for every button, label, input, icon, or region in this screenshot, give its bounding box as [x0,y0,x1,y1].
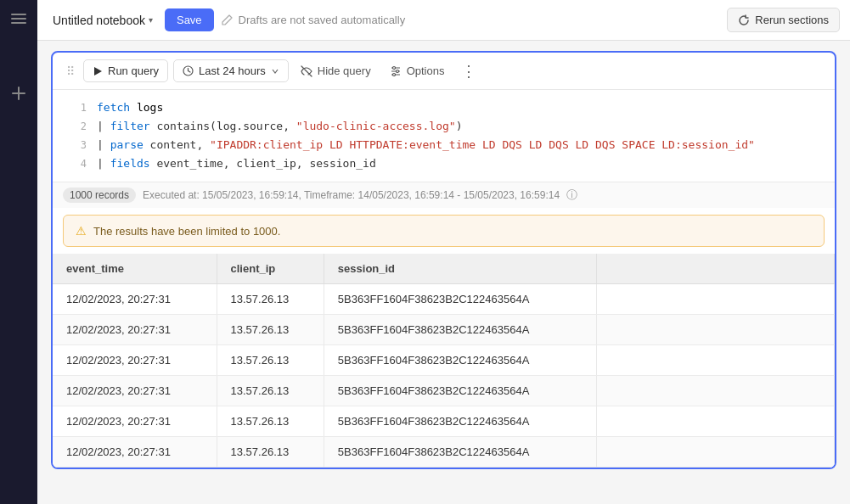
svg-line-8 [188,71,190,73]
run-query-button[interactable]: Run query [83,59,168,82]
table-cell-row2-col0: 12/02/2023, 20:27:31 [53,345,217,376]
rerun-sections-button[interactable]: Rerun sections [727,8,840,32]
query-toolbar: ⠿ Run query Last 24 hours [53,53,835,90]
svg-rect-1 [11,18,26,20]
table-cell-row0-col2: 5B363FF1604F38623B2C122463564A [324,284,596,315]
table-cell-row2-col1: 13.57.26.13 [217,345,324,376]
clock-icon [183,65,194,76]
info-icon[interactable]: ⓘ [566,188,577,203]
code-editor[interactable]: 1 fetch logs 2 | filter contains(log.sou… [53,90,835,182]
drag-handle[interactable]: ⠿ [63,63,78,80]
table-cell-row3-col3 [597,376,835,406]
table-header-row: event_time client_ip session_id [53,254,835,284]
results-table-wrapper: event_time client_ip session_id 12/02/20… [53,254,835,468]
table-row: 12/02/2023, 20:27:3113.57.26.135B363FF16… [53,406,835,437]
table-row: 12/02/2023, 20:27:3113.57.26.135B363FF16… [53,376,835,406]
line-number-2: 2 [63,117,87,136]
hide-query-button[interactable]: Hide query [294,60,378,81]
sidebar-toggle-button[interactable] [7,7,31,31]
draft-notice-text: Drafts are not saved automatically [239,14,406,26]
execution-info: Executed at: 15/05/2023, 16:59:14, Timef… [143,189,560,201]
table-cell-row4-col1: 13.57.26.13 [217,406,324,437]
options-button[interactable]: Options [383,60,452,81]
records-bar: 1000 records Executed at: 15/05/2023, 16… [53,182,835,208]
results-table: event_time client_ip session_id 12/02/20… [53,254,835,468]
table-cell-row4-col0: 12/02/2023, 20:27:31 [53,406,217,437]
rerun-sections-label: Rerun sections [755,14,829,26]
table-cell-row1-col0: 12/02/2023, 20:27:31 [53,315,217,345]
notebook-title-button[interactable]: Untitled notebook ▾ [48,10,158,31]
table-cell-row3-col0: 12/02/2023, 20:27:31 [53,376,217,406]
table-cell-row3-col1: 13.57.26.13 [217,376,324,406]
records-count-badge: 1000 records [63,188,136,203]
topbar: Untitled notebook ▾ Save Drafts are not … [37,0,850,41]
table-cell-row4-col3 [597,406,835,437]
play-icon [93,66,103,76]
content-area: ⠿ Run query Last 24 hours [37,41,850,504]
time-chevron-down-icon [271,67,279,76]
warning-text: The results have been limited to 1000. [93,225,280,238]
line-number-3: 3 [63,136,87,154]
column-header-client-ip: client_ip [217,254,324,284]
hide-query-label: Hide query [318,64,371,77]
add-cell-button[interactable] [7,81,31,105]
table-cell-row1-col2: 5B363FF1604F38623B2C122463564A [324,315,596,345]
main-content: Untitled notebook ▾ Save Drafts are not … [37,0,850,504]
column-header-session-id: session_id [324,254,596,284]
sidebar [0,0,37,504]
save-button[interactable]: Save [165,8,214,31]
table-cell-row1-col1: 13.57.26.13 [217,315,324,345]
table-cell-row2-col2: 5B363FF1604F38623B2C122463564A [324,345,596,376]
table-cell-row0-col3 [597,284,835,315]
options-label: Options [407,64,445,77]
draft-notice: Drafts are not saved automatically [221,14,406,26]
svg-point-13 [396,70,398,72]
warning-banner: ⚠ The results have been limited to 1000. [63,215,825,247]
table-row: 12/02/2023, 20:27:3113.57.26.135B363FF16… [53,345,835,376]
draft-icon [221,14,234,26]
table-cell-row5-col2: 5B363FF1604F38623B2C122463564A [324,437,596,468]
run-query-label: Run query [108,64,159,77]
table-cell-row3-col2: 5B363FF1604F38623B2C122463564A [324,376,596,406]
notebook-title: Untitled notebook [53,14,145,27]
svg-marker-5 [94,67,102,76]
column-header-event-time: event_time [53,254,217,284]
line-number-4: 4 [63,154,87,173]
chevron-down-icon: ▾ [149,15,153,25]
table-row: 12/02/2023, 20:27:3113.57.26.135B363FF16… [53,315,835,345]
more-options-button[interactable]: ⋮ [456,60,481,82]
table-cell-row1-col3 [597,315,835,345]
table-cell-row5-col1: 13.57.26.13 [217,437,324,468]
column-header-empty [597,254,835,284]
svg-rect-0 [11,14,26,15]
table-cell-row5-col3 [597,437,835,468]
table-cell-row2-col3 [597,345,835,376]
code-line-4: 4 | fields event_time, client_ip, sessio… [53,154,835,173]
sliders-icon [390,65,402,77]
svg-point-12 [392,66,395,69]
time-range-button[interactable]: Last 24 hours [173,59,289,82]
table-row: 12/02/2023, 20:27:3113.57.26.135B363FF16… [53,437,835,468]
warning-icon: ⚠ [76,224,87,238]
rerun-icon [738,14,750,26]
svg-rect-2 [11,22,26,24]
table-cell-row4-col2: 5B363FF1604F38623B2C122463564A [324,406,596,437]
table-cell-row0-col0: 12/02/2023, 20:27:31 [53,284,217,315]
table-cell-row0-col1: 13.57.26.13 [217,284,324,315]
table-cell-row5-col0: 12/02/2023, 20:27:31 [53,437,217,468]
time-range-label: Last 24 hours [199,64,266,77]
query-panel: ⠿ Run query Last 24 hours [51,51,836,469]
code-line-2: 2 | filter contains(log.source, "ludo-cl… [53,117,835,136]
table-row: 12/02/2023, 20:27:3113.57.26.135B363FF16… [53,284,835,315]
code-line-3: 3 | parse content, "IPADDR:client_ip LD … [53,136,835,154]
svg-point-14 [392,73,395,76]
code-line-1: 1 fetch logs [53,98,835,117]
eye-slash-icon [301,65,312,77]
line-number-1: 1 [63,98,87,117]
